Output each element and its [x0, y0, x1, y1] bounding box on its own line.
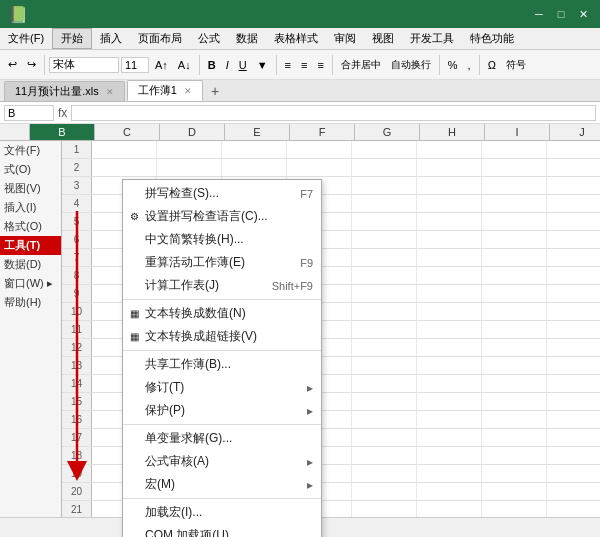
grid-cell[interactable]: [417, 375, 482, 392]
font-size-down[interactable]: A↓: [174, 57, 195, 73]
grid-cell[interactable]: [482, 177, 547, 194]
menu-formula-audit[interactable]: 公式审核(A) ▸: [123, 450, 321, 473]
bold-btn[interactable]: B: [204, 57, 220, 73]
grid-cell[interactable]: [547, 447, 600, 464]
menu-set-lang[interactable]: ⚙ 设置拼写检查语言(C)...: [123, 205, 321, 228]
grid-cell[interactable]: [482, 267, 547, 284]
grid-cell[interactable]: [352, 285, 417, 302]
menu-zh-convert[interactable]: 中文简繁转换(H)...: [123, 228, 321, 251]
italic-btn[interactable]: I: [222, 57, 233, 73]
grid-cell[interactable]: [482, 411, 547, 428]
underline-btn[interactable]: U: [235, 57, 251, 73]
font-size-up[interactable]: A↑: [151, 57, 172, 73]
grid-cell[interactable]: [352, 303, 417, 320]
grid-cell[interactable]: [352, 501, 417, 518]
grid-cell[interactable]: [547, 321, 600, 338]
grid-cell[interactable]: [417, 177, 482, 194]
grid-cell[interactable]: [222, 159, 287, 176]
grid-cell[interactable]: [417, 357, 482, 374]
percent-btn[interactable]: %: [444, 57, 462, 73]
grid-cell[interactable]: [417, 483, 482, 500]
grid-cell[interactable]: [482, 249, 547, 266]
grid-cell[interactable]: [547, 429, 600, 446]
grid-cell[interactable]: [352, 213, 417, 230]
col-header-b[interactable]: B: [30, 124, 95, 140]
grid-cell[interactable]: [547, 177, 600, 194]
auto-wrap[interactable]: 自动换行: [387, 56, 435, 74]
grid-cell[interactable]: [417, 393, 482, 410]
grid-cell[interactable]: [287, 141, 352, 158]
menu-special[interactable]: 特色功能: [462, 28, 522, 49]
grid-cell[interactable]: [547, 249, 600, 266]
menu-file[interactable]: 文件(F): [0, 28, 52, 49]
grid-cell[interactable]: [352, 249, 417, 266]
tab-nov[interactable]: 11月预计出量.xls ✕: [4, 81, 125, 101]
col-header-c[interactable]: C: [95, 124, 160, 140]
grid-cell[interactable]: [482, 483, 547, 500]
col-header-e[interactable]: E: [225, 124, 290, 140]
grid-cell[interactable]: [417, 321, 482, 338]
menu-protect[interactable]: 保护(P) ▸: [123, 399, 321, 422]
left-menu-window[interactable]: 窗口(W) ▸: [0, 274, 61, 293]
menu-text-to-val[interactable]: ▦ 文本转换成数值(N): [123, 302, 321, 325]
grid-cell[interactable]: [352, 447, 417, 464]
grid-cell[interactable]: [482, 429, 547, 446]
font-name-input[interactable]: [49, 57, 119, 73]
grid-cell[interactable]: [547, 357, 600, 374]
grid-cell[interactable]: [352, 267, 417, 284]
left-menu-data[interactable]: 数据(D): [0, 255, 61, 274]
menu-dev-tools[interactable]: 开发工具: [402, 28, 462, 49]
grid-cell[interactable]: [417, 465, 482, 482]
grid-cell[interactable]: [482, 501, 547, 518]
menu-addon[interactable]: 加载宏(I)...: [123, 501, 321, 524]
menu-view[interactable]: 视图: [364, 28, 402, 49]
grid-cell[interactable]: [482, 213, 547, 230]
menu-start[interactable]: 开始: [52, 28, 92, 49]
menu-goal-seek[interactable]: 单变量求解(G)...: [123, 427, 321, 450]
grid-cell[interactable]: [482, 465, 547, 482]
grid-cell[interactable]: [547, 231, 600, 248]
left-menu-help[interactable]: 帮助(H): [0, 293, 61, 312]
col-header-h[interactable]: H: [420, 124, 485, 140]
grid-cell[interactable]: [352, 195, 417, 212]
grid-cell[interactable]: [417, 285, 482, 302]
grid-cell[interactable]: [417, 249, 482, 266]
grid-cell[interactable]: [482, 339, 547, 356]
grid-cell[interactable]: [417, 429, 482, 446]
grid-cell[interactable]: [352, 339, 417, 356]
align-center[interactable]: ≡: [297, 57, 311, 73]
grid-cell[interactable]: [417, 303, 482, 320]
grid-cell[interactable]: [417, 411, 482, 428]
menu-review[interactable]: 审阅: [326, 28, 364, 49]
merge-center[interactable]: 合并居中: [337, 56, 385, 74]
menu-recalc[interactable]: 重算活动工作薄(E) F9: [123, 251, 321, 274]
grid-cell[interactable]: [482, 321, 547, 338]
grid-cell[interactable]: [482, 231, 547, 248]
grid-cell[interactable]: [547, 141, 600, 158]
grid-cell[interactable]: [547, 339, 600, 356]
grid-cell[interactable]: [547, 483, 600, 500]
tab-add-btn[interactable]: +: [205, 81, 225, 101]
left-menu-format[interactable]: 格式(O): [0, 217, 61, 236]
align-left[interactable]: ≡: [281, 57, 295, 73]
grid-cell[interactable]: [222, 141, 287, 158]
menu-text-to-link[interactable]: ▦ 文本转换成超链接(V): [123, 325, 321, 348]
menu-com-addon[interactable]: COM 加载项(U)...: [123, 524, 321, 537]
menu-share-book[interactable]: 共享工作薄(B)...: [123, 353, 321, 376]
menu-spell-check[interactable]: 拼写检查(S)... F7: [123, 182, 321, 205]
symbol-btn[interactable]: 符号: [502, 56, 530, 74]
grid-cell[interactable]: [547, 159, 600, 176]
menu-calc-table[interactable]: 计算工作表(J) Shift+F9: [123, 274, 321, 297]
grid-cell[interactable]: [352, 429, 417, 446]
grid-cell[interactable]: [547, 501, 600, 518]
grid-cell[interactable]: [482, 141, 547, 158]
grid-cell[interactable]: [352, 483, 417, 500]
grid-cell[interactable]: [417, 267, 482, 284]
grid-cell[interactable]: [92, 141, 157, 158]
grid-cell[interactable]: [417, 159, 482, 176]
left-menu-style[interactable]: 式(O): [0, 160, 61, 179]
formula-input[interactable]: [71, 105, 596, 121]
left-menu-insert[interactable]: 插入(I): [0, 198, 61, 217]
grid-cell[interactable]: [352, 393, 417, 410]
grid-cell[interactable]: [482, 357, 547, 374]
